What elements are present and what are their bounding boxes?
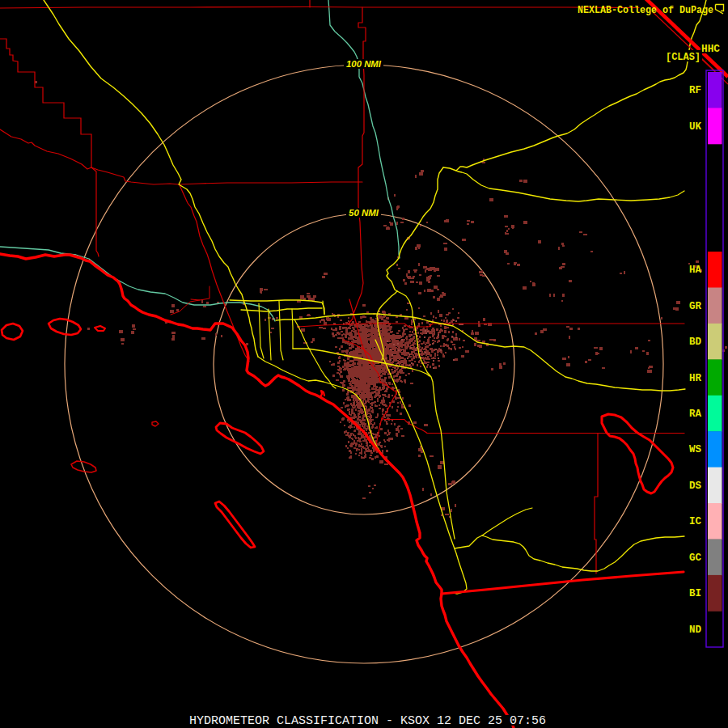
svg-text:50 NMI: 50 NMI: [349, 208, 379, 218]
svg-text:HA: HA: [689, 265, 701, 276]
svg-text:[CLAS]: [CLAS]: [666, 52, 700, 63]
svg-text:HYDROMETEOR CLASSIFICATION - K: HYDROMETEOR CLASSIFICATION - KSOX 12 DEC…: [189, 714, 546, 727]
svg-text:GC: GC: [689, 552, 701, 564]
svg-text:HHC: HHC: [701, 44, 720, 55]
svg-text:100 NMI: 100 NMI: [346, 59, 382, 69]
svg-text:IC: IC: [689, 516, 701, 527]
svg-text:RA: RA: [689, 408, 701, 420]
svg-text:ND: ND: [689, 624, 701, 636]
svg-text:NEXLAB-College of DuPage: NEXLAB-College of DuPage: [578, 5, 713, 16]
svg-text:BD: BD: [689, 336, 701, 348]
svg-text:DS: DS: [689, 480, 701, 492]
svg-text:UK: UK: [689, 121, 701, 133]
svg-text:RF: RF: [689, 85, 701, 96]
svg-text:BI: BI: [689, 588, 701, 599]
svg-text:GR: GR: [689, 301, 701, 312]
svg-text:HR: HR: [689, 373, 701, 384]
svg-text:WS: WS: [689, 444, 701, 455]
